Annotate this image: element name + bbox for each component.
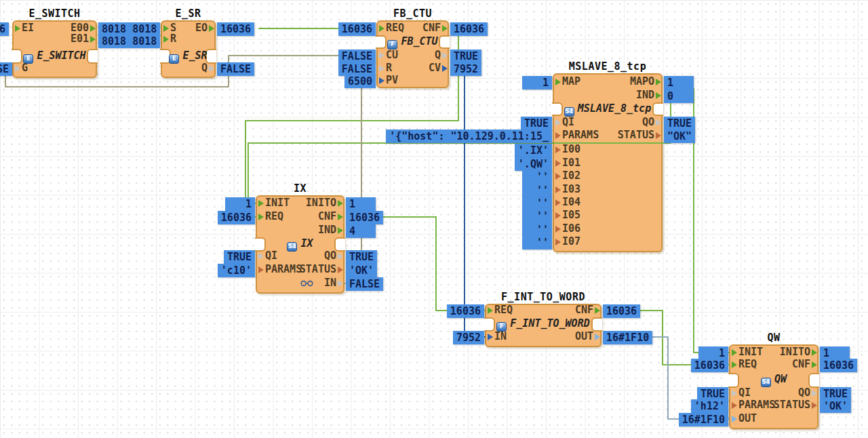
pin-arrow-icon[interactable]: [338, 253, 343, 260]
watch-glasses-icon: [300, 277, 313, 290]
pin-arrow-icon[interactable]: [656, 132, 661, 139]
fb-ix[interactable]: S4IXINITREQQIPARAMSINITOCNFINDQOSTATUSIN: [256, 195, 344, 294]
value-label[interactable]: 16036: [218, 211, 255, 224]
value-label[interactable]: '': [522, 236, 552, 250]
value-label[interactable]: '': [522, 223, 552, 237]
pin-arrow-icon[interactable]: [209, 25, 214, 32]
value-label[interactable]: '': [522, 184, 552, 197]
pin-arrow-icon[interactable]: [812, 349, 817, 356]
value-label[interactable]: 'c10': [218, 264, 255, 277]
value-label[interactable]: 16036: [450, 22, 488, 36]
fbd-canvas[interactable]: EE_SWITCHEIGE00E01E_SWITCH16036FALSE8018…: [0, 0, 868, 438]
pin-arrow-icon[interactable]: [555, 160, 561, 167]
pin-arrow-icon[interactable]: [90, 36, 96, 43]
pin-arrow-icon[interactable]: [555, 199, 561, 206]
pin-label: STATUS: [300, 263, 336, 275]
pin-arrow-icon[interactable]: [595, 307, 600, 314]
value-label[interactable]: '.QW': [515, 157, 552, 171]
value-label[interactable]: TRUE: [346, 250, 377, 264]
fb-mslave-8-tcp[interactable]: S4MSLAVE_8_tcpMAPQIPARAMSI00I01I02I03I04…: [553, 73, 663, 252]
value-label[interactable]: FALSE: [0, 62, 12, 76]
pin-arrow-icon[interactable]: [812, 402, 817, 409]
value-label[interactable]: TRUE: [697, 387, 728, 401]
value-label[interactable]: 16#1F10: [603, 331, 652, 344]
pin-arrow-icon[interactable]: [555, 173, 561, 180]
value-label[interactable]: 16036: [338, 22, 376, 36]
value-label[interactable]: 16#1F10: [679, 413, 728, 426]
pin-arrow-icon[interactable]: [442, 65, 448, 72]
fb-f-int-to-word[interactable]: FF_INT_TO_WORDREQINCNFOUT: [485, 304, 601, 347]
fb-qw[interactable]: S4QWINITREQQIPARAMSOUTINITOCNFQOSTATUS: [729, 344, 818, 429]
value-label[interactable]: 'h12': [691, 399, 728, 413]
value-label[interactable]: '.IX': [515, 144, 552, 157]
value-label[interactable]: 1: [225, 197, 255, 211]
pin-arrow-icon[interactable]: [555, 212, 561, 219]
value-label[interactable]: 16036: [691, 359, 728, 372]
pin-arrow-icon[interactable]: [656, 92, 661, 99]
value-label[interactable]: 1: [522, 76, 552, 89]
value-label[interactable]: 16036: [217, 22, 254, 36]
pin-arrow-icon[interactable]: [90, 25, 96, 32]
value-label[interactable]: 8018 8018: [98, 22, 160, 36]
fb-instance-name: FB_CTU: [393, 7, 432, 20]
value-label[interactable]: 4: [346, 224, 376, 238]
pin-arrow-icon[interactable]: [338, 200, 343, 207]
value-label[interactable]: 7952: [453, 331, 484, 344]
value-label[interactable]: 'OK': [346, 264, 377, 277]
value-label[interactable]: TRUE: [224, 250, 255, 264]
value-label[interactable]: FALSE: [217, 62, 254, 76]
value-label[interactable]: 7952: [450, 62, 481, 76]
pin-arrow-icon[interactable]: [555, 239, 561, 245]
value-label[interactable]: 16036: [447, 304, 484, 318]
wire-int[interactable]: [465, 75, 485, 337]
pin-arrow-icon[interactable]: [732, 416, 737, 422]
pin-arrow-icon[interactable]: [442, 25, 448, 32]
value-label[interactable]: 1: [346, 197, 376, 211]
value-label[interactable]: 16036: [820, 359, 857, 372]
pin-arrow-icon[interactable]: [595, 334, 600, 340]
value-label[interactable]: TRUE: [521, 117, 552, 130]
pin-arrow-icon[interactable]: [379, 77, 384, 84]
wire-event[interactable]: [694, 89, 729, 353]
pin-arrow-icon[interactable]: [656, 79, 661, 85]
value-label[interactable]: FALSE: [338, 49, 376, 63]
value-label[interactable]: 16036: [346, 211, 383, 224]
pin-arrow-icon[interactable]: [209, 65, 214, 72]
value-label[interactable]: 16036: [603, 304, 640, 318]
value-label[interactable]: 8018 8018: [98, 35, 160, 48]
value-label[interactable]: 'OK': [820, 399, 851, 413]
value-label[interactable]: '': [522, 197, 552, 210]
pin-arrow-icon[interactable]: [338, 280, 343, 287]
fb-fb-ctu[interactable]: FFB_CTUREQCURPVCNFQCV: [376, 20, 449, 88]
value-label[interactable]: '{"host": "10.129.0.11:15_: [386, 130, 552, 143]
pin-arrow-icon[interactable]: [338, 266, 343, 273]
value-label[interactable]: TRUE: [450, 49, 481, 63]
pin-arrow-icon[interactable]: [555, 186, 561, 193]
pin-arrow-icon[interactable]: [338, 214, 343, 220]
value-label[interactable]: 1: [820, 346, 850, 360]
value-label[interactable]: 1: [664, 76, 694, 89]
pin-arrow-icon[interactable]: [656, 119, 661, 126]
value-label[interactable]: 0: [664, 89, 694, 103]
pin-arrow-icon[interactable]: [555, 226, 561, 233]
pin-arrow-icon[interactable]: [15, 65, 20, 72]
value-label[interactable]: '': [522, 170, 552, 184]
pin-arrow-icon[interactable]: [812, 361, 817, 368]
pin-arrow-icon[interactable]: [338, 227, 343, 234]
value-label[interactable]: FALSE: [338, 62, 376, 76]
value-label[interactable]: 16036: [0, 22, 9, 36]
pin-arrow-icon[interactable]: [812, 390, 817, 397]
value-label[interactable]: TRUE: [664, 117, 695, 130]
value-label[interactable]: TRUE: [820, 387, 851, 401]
value-label[interactable]: FALSE: [346, 277, 383, 291]
value-label[interactable]: "OK": [664, 130, 695, 143]
fb-e-sr[interactable]: EE_SRSREOQ: [161, 20, 216, 78]
wire-event[interactable]: [380, 217, 485, 311]
value-label[interactable]: '': [522, 210, 552, 223]
pin-arrow-icon[interactable]: [442, 52, 448, 59]
pin-arrow-icon[interactable]: [555, 146, 561, 153]
value-label[interactable]: 6500: [344, 75, 376, 88]
fb-e-switch[interactable]: EE_SWITCHEIGE00E01: [12, 20, 97, 78]
pin-arrow-icon[interactable]: [163, 36, 169, 43]
value-label[interactable]: 1: [698, 346, 728, 360]
